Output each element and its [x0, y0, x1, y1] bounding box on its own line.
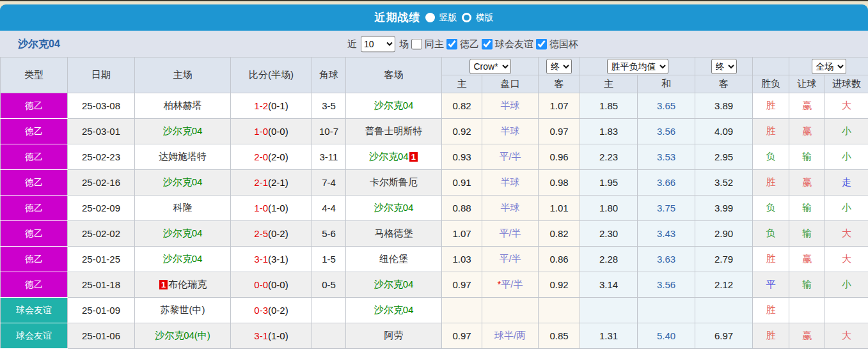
- home-team: 沙尔克04: [135, 221, 231, 247]
- result-win-lose: 负: [753, 221, 789, 247]
- avg-type-select[interactable]: 胜平负均值: [607, 59, 668, 74]
- avg-draw-val: 3.43: [657, 228, 675, 239]
- odds-source-select[interactable]: Crow*: [470, 59, 511, 74]
- match-row: 德乙25-02-09科隆1-0(1-0)4-4沙尔克040.88半球1.011.…: [1, 196, 868, 221]
- col-header-away: 客场: [346, 58, 442, 93]
- league-label[interactable]: 德乙: [460, 38, 479, 50]
- result-spread: [789, 298, 825, 323]
- score-ft: 3-1: [254, 254, 268, 265]
- avg-draw: 3.75: [638, 196, 695, 221]
- same-home-checkbox[interactable]: [411, 38, 422, 49]
- result-win-lose: 平: [753, 272, 789, 298]
- team: 苏黎世(中): [161, 304, 205, 315]
- vertical-layout-label[interactable]: 竖版: [439, 12, 457, 24]
- avg-win: 1.31: [580, 323, 638, 349]
- spread-text: 赢: [802, 330, 812, 341]
- sub-header-odds-home: 主: [442, 75, 482, 93]
- date-text: 25-02-02: [82, 228, 120, 239]
- friendly-checkbox[interactable]: [482, 38, 493, 49]
- score-ft: 2-0: [254, 151, 268, 162]
- recent-results-widget: 近期战绩 竖版 横版 沙尔克04 近 10 场 同主 德乙 球会友谊 德国杯: [0, 0, 868, 349]
- avg-draw: 3.63: [638, 247, 695, 272]
- avg-win: 2.28: [580, 247, 638, 272]
- result-text: 胜: [766, 176, 776, 187]
- away-team: 阿劳: [346, 323, 442, 349]
- avg-lose: [695, 298, 753, 323]
- score: 1-0(1-0): [231, 196, 312, 221]
- match-count-select[interactable]: 10: [361, 36, 395, 52]
- match-date: 25-03-01: [68, 119, 135, 144]
- avg-draw-val: 3.63: [657, 254, 675, 265]
- redcard: 1: [159, 280, 168, 289]
- corners-text: 1-5: [322, 254, 336, 265]
- league-checkbox[interactable]: [446, 38, 457, 49]
- result-spread: 赢: [789, 119, 825, 144]
- vertical-layout-radio[interactable]: [425, 13, 435, 22]
- col-header-corners: 角球: [312, 58, 346, 93]
- avg-value: 3.14: [599, 279, 618, 290]
- odds-time-select[interactable]: 终: [546, 59, 572, 74]
- result-goals: 小: [825, 119, 868, 144]
- score-ft: 0-3: [254, 305, 268, 316]
- score: 3-1(1-0): [231, 323, 312, 349]
- same-home-label[interactable]: 同主: [425, 38, 444, 50]
- away-team: 沙尔克04: [346, 196, 442, 221]
- score-ft: 1-2: [254, 100, 268, 111]
- home-team: 科隆: [135, 196, 231, 221]
- date-text: 25-02-23: [82, 151, 120, 162]
- match-row: 德乙25-02-02沙尔克042-5(0-2)5-6马格德堡1.07平/半0.8…: [1, 221, 868, 247]
- corners: 3-11: [312, 144, 346, 170]
- match-type-badge: 德乙: [1, 196, 68, 221]
- goals-text: 大: [842, 253, 851, 264]
- widget-top: 近期战绩 竖版 横版: [0, 0, 868, 31]
- team: 柏林赫塔: [164, 100, 202, 111]
- horizontal-layout-radio[interactable]: [462, 13, 471, 22]
- result-spread: 赢: [789, 170, 825, 196]
- sub-header-odds-away: 客: [539, 75, 580, 93]
- date-text: 25-01-09: [82, 305, 120, 316]
- goals-text: 大: [842, 100, 851, 111]
- avg-lose: 4.09: [695, 119, 753, 144]
- avg-win: 3.14: [580, 272, 638, 298]
- home-team: 沙尔克04: [135, 119, 231, 144]
- home-team: 沙尔克04(中): [135, 323, 231, 349]
- odds-home: 0.91: [442, 170, 482, 196]
- odds-home: 0.97: [442, 323, 482, 349]
- result-text: 胜: [766, 330, 776, 341]
- score-ft: 2-5: [254, 228, 268, 239]
- type-label: 德乙: [25, 254, 43, 264]
- cup-checkbox[interactable]: [536, 38, 547, 49]
- horizontal-layout-label[interactable]: 横版: [476, 12, 494, 24]
- result-spread: 赢: [789, 247, 825, 272]
- team: 达姆施塔特: [159, 151, 207, 162]
- col-header-date: 日期: [68, 58, 135, 93]
- score-ft: 0-0: [254, 279, 268, 290]
- odds-home: 0.82: [442, 93, 482, 119]
- spread-text: 输: [802, 202, 812, 213]
- result-text: 胜: [766, 100, 776, 111]
- score: 0-0(0-0): [231, 272, 312, 298]
- score-ht: (3-1): [268, 254, 288, 265]
- team: 布伦瑞克: [168, 279, 207, 289]
- score-ht: (1-0): [268, 203, 288, 213]
- avg-time-select[interactable]: 终: [711, 59, 737, 74]
- corners-text: 4-4: [322, 203, 336, 213]
- spread-text: 输: [802, 227, 812, 238]
- date-text: 25-03-01: [82, 126, 120, 137]
- match-type-badge: 德乙: [1, 247, 68, 272]
- hcap: 球半/两: [494, 330, 526, 341]
- spread-text: 输: [802, 279, 812, 289]
- cup-label[interactable]: 德国杯: [549, 38, 578, 50]
- type-label: 德乙: [25, 100, 43, 111]
- match-date: 25-01-09: [68, 298, 135, 323]
- hcap: 平/半: [501, 279, 523, 289]
- handicap: 球半/两: [482, 323, 539, 349]
- result-spread: 输: [789, 272, 825, 298]
- friendly-label[interactable]: 球会友谊: [495, 38, 533, 50]
- col-header-home: 主场: [135, 58, 231, 93]
- period-select[interactable]: 全场: [812, 59, 846, 74]
- result-win-lose: 负: [753, 144, 789, 170]
- odds-value: 0.97: [452, 279, 471, 290]
- avg-win: 1.85: [580, 93, 638, 119]
- avg-value: 1.80: [599, 203, 618, 213]
